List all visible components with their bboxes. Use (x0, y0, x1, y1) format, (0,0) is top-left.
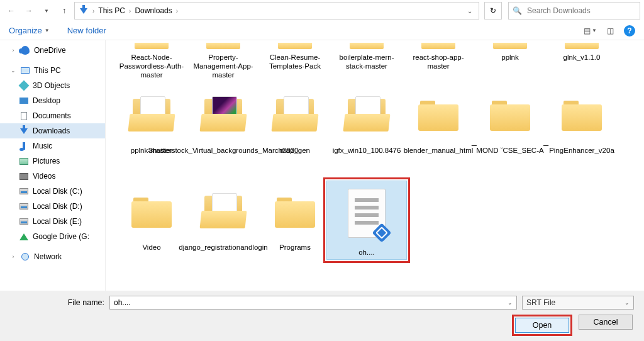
sidebar-desktop[interactable]: Desktop (0, 93, 105, 108)
folder-icon (278, 43, 312, 49)
truncation-mark: _ (472, 136, 477, 146)
pc-icon (20, 65, 30, 75)
sidebar-downloads[interactable]: Downloads (0, 123, 105, 138)
folder-icon (493, 43, 527, 49)
chevron-down-icon[interactable]: ⌄ (625, 299, 630, 306)
filename-label: File name: (10, 298, 104, 307)
help-button[interactable]: ? (624, 25, 635, 36)
nav-forward-button[interactable]: → (21, 3, 36, 18)
dialog-bottom-panel: File name: oh.... ⌄ SRT File ⌄ Open Canc… (0, 291, 644, 341)
folder-item[interactable]: igfx_win10_100.8476 (331, 83, 402, 176)
sidebar-pictures[interactable]: Pictures (0, 154, 105, 169)
sidebar-google-drive[interactable]: Google Drive (G: (0, 229, 105, 244)
sidebar-music[interactable]: Music (0, 138, 105, 154)
collapse-icon[interactable]: ⌄ (10, 67, 16, 74)
breadcrumb-downloads[interactable]: Downloads (135, 6, 172, 15)
music-icon (19, 141, 29, 151)
search-box[interactable]: 🔍 (508, 2, 640, 20)
folder-item[interactable]: Shutterstock_Virtual_backgrounds_March20… (187, 83, 259, 176)
sidebar-label: This PC (34, 66, 61, 75)
refresh-button[interactable]: ↻ (484, 2, 502, 20)
sidebar-onedrive[interactable]: › OneDrive (0, 43, 105, 58)
folder-icon (201, 96, 246, 131)
chevron-down-icon[interactable]: ⌄ (508, 299, 513, 306)
breadcrumb-sep-icon: › (129, 8, 131, 14)
breadcrumb-this-pc[interactable]: This PC (98, 6, 125, 15)
file-label: PingEnhancer_v20a (549, 145, 614, 155)
folder-icon (421, 43, 455, 49)
nav-up-button[interactable]: ↑ (57, 3, 72, 18)
sidebar-label: OneDrive (34, 46, 66, 55)
expand-icon[interactable]: › (10, 254, 16, 260)
sidebar-label: Music (33, 142, 52, 150)
folder-item[interactable]: react-shop-app-master (402, 40, 474, 79)
search-input[interactable] (526, 6, 636, 16)
nav-recent-dropdown[interactable]: ▼ (39, 3, 54, 18)
sidebar-label: Google Drive (G: (33, 232, 89, 241)
sidebar-videos[interactable]: Videos (0, 169, 105, 184)
folder-item[interactable]: Video (116, 180, 187, 273)
folder-item[interactable]: React-Node-Passwordless-Auth-master (116, 40, 187, 79)
google-drive-icon (19, 232, 29, 242)
nav-back-button[interactable]: ← (4, 3, 19, 18)
folder-icon (135, 43, 169, 49)
folder-item[interactable]: glnk_v1.1.0 (546, 40, 618, 79)
open-button[interactable]: Open (515, 318, 569, 333)
sidebar-this-pc[interactable]: ⌄ This PC (0, 63, 105, 78)
file-label: Clean-Resume-Templates-Pack (259, 52, 331, 70)
folder-item[interactable]: Property-Management-App-master (187, 40, 259, 79)
folder-item[interactable]: _ MOND ˇCSE_SEC-A _ (474, 83, 546, 176)
sidebar-label: 3D Objects (33, 81, 70, 90)
folder-item[interactable]: PingEnhancer_v20a (546, 83, 618, 176)
navigation-sidebar: › OneDrive ⌄ This PC 3D Objects Desktop … (0, 40, 106, 291)
sidebar-label: Documents (33, 111, 71, 120)
preview-pane-button[interactable]: ◫ (607, 26, 614, 35)
file-item-selected[interactable]: oh.... (331, 180, 402, 273)
sidebar-label: Local Disk (C:) (33, 187, 82, 196)
file-grid[interactable]: React-Node-Passwordless-Auth-master Prop… (106, 40, 644, 291)
sidebar-label: Desktop (33, 96, 60, 105)
sidebar-label: Pictures (33, 157, 60, 165)
folder-icon (201, 193, 246, 228)
folder-item[interactable]: pplnk-master (116, 83, 187, 176)
folder-item[interactable]: blender_manual_html (402, 83, 474, 176)
folder-item[interactable]: map_gen (259, 83, 331, 176)
expand-icon[interactable]: › (10, 47, 16, 53)
file-label: MOND ˇCSE_SEC-A (476, 145, 543, 155)
file-label: glnk_v1.1.0 (564, 52, 601, 62)
cloud-icon (20, 45, 30, 55)
address-bar[interactable]: › This PC › Downloads › ⌄ (74, 2, 479, 20)
chevron-down-icon: ▼ (592, 28, 597, 33)
sidebar-local-disk-c[interactable]: Local Disk (C:) (0, 184, 105, 199)
sidebar-label: Downloads (33, 126, 70, 135)
folder-item[interactable]: django_registrationandlogin (187, 180, 259, 273)
video-icon (19, 171, 29, 181)
file-type-value: SRT File (526, 298, 555, 307)
folder-item[interactable]: pplnk (474, 40, 546, 79)
disk-icon (19, 201, 29, 211)
cancel-label: Cancel (594, 318, 618, 327)
view-mode-button[interactable]: ▤▼ (584, 26, 597, 35)
breadcrumb-sep-icon: › (176, 8, 178, 14)
disk-icon (19, 216, 29, 226)
sidebar-network[interactable]: › Network (0, 249, 105, 264)
file-type-select[interactable]: SRT File ⌄ (522, 296, 634, 310)
filename-value: oh.... (114, 298, 131, 307)
file-label: pplnk (501, 52, 519, 62)
folder-item[interactable]: Programs (259, 180, 331, 273)
organize-menu[interactable]: Organize ▼ (9, 26, 50, 35)
filename-input[interactable]: oh.... ⌄ (109, 296, 517, 310)
sidebar-local-disk-d[interactable]: Local Disk (D:) (0, 199, 105, 214)
folder-item[interactable]: Clean-Resume-Templates-Pack (259, 40, 331, 79)
sidebar-3d-objects[interactable]: 3D Objects (0, 78, 105, 93)
address-dropdown-icon[interactable]: ⌄ (465, 8, 475, 14)
breadcrumb-sep-icon: › (92, 8, 94, 14)
cancel-button[interactable]: Cancel (579, 315, 633, 330)
sidebar-documents[interactable]: Documents (0, 108, 105, 123)
sidebar-local-disk-e[interactable]: Local Disk (E:) (0, 214, 105, 229)
new-folder-label: New folder (67, 26, 106, 35)
sidebar-label: Local Disk (D:) (33, 202, 82, 211)
new-folder-button[interactable]: New folder (67, 26, 106, 35)
folder-item[interactable]: boilerplate-mern-stack-master (331, 40, 402, 79)
sidebar-label: Network (34, 252, 62, 261)
